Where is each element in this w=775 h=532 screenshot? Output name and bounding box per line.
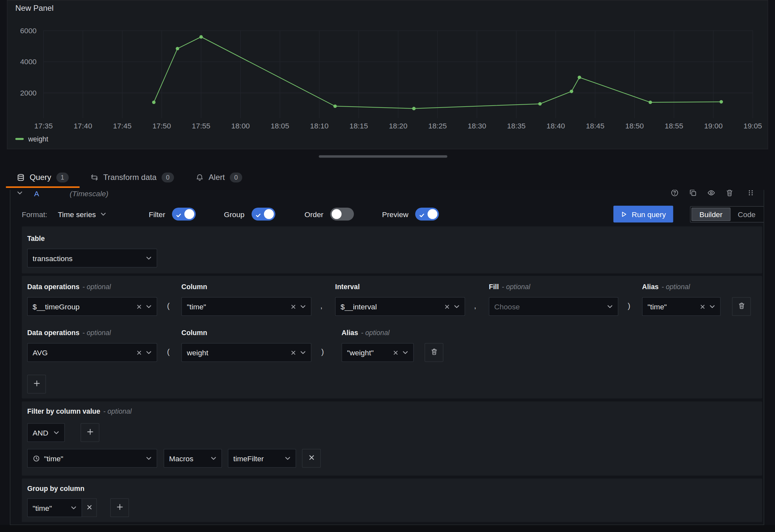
filter-toggle[interactable] [172, 208, 196, 220]
format-label-wrap: Format: [22, 205, 47, 223]
group-toggle[interactable] [251, 208, 275, 220]
interval-select[interactable]: $__interval [335, 297, 465, 316]
x-icon[interactable] [393, 350, 399, 355]
svg-text:18:10: 18:10 [310, 122, 328, 130]
panel-title[interactable]: New Panel [15, 4, 53, 13]
editor-mode-switch: Builder Code [690, 206, 764, 222]
alias-select[interactable]: "time" [642, 297, 721, 316]
toggle-knob [332, 209, 341, 219]
plus-icon [86, 428, 94, 438]
table-select[interactable]: transactions [27, 249, 157, 268]
field-label: Column [181, 283, 207, 291]
remove-query-trash-icon[interactable] [725, 190, 733, 196]
field-label: Data operations- optional [27, 283, 111, 291]
preview-toggle[interactable] [415, 208, 439, 220]
svg-text:18:25: 18:25 [428, 122, 447, 130]
filter-condition-select[interactable]: AND [27, 423, 65, 442]
x-icon[interactable] [136, 304, 142, 309]
chevron-down-icon[interactable] [300, 304, 306, 309]
x-icon[interactable] [444, 304, 450, 309]
filter-section-label: Filter by column value- optional [27, 408, 132, 415]
svg-text:6000: 6000 [20, 26, 37, 35]
field-label: Alias- optional [341, 329, 390, 337]
group-toggle-label[interactable]: Group [224, 210, 244, 218]
comma: , [320, 302, 323, 310]
order-toggle-label[interactable]: Order [304, 210, 323, 218]
x-icon[interactable] [291, 350, 296, 355]
query-options-toolbar: Format: Time series Filter Group [10, 205, 764, 223]
add-select-row-button[interactable] [27, 375, 46, 394]
field-label: Fill- optional [489, 283, 530, 291]
svg-text:17:55: 17:55 [192, 122, 210, 130]
editor-tabbar: Query 1 Transform data 0 Alert 0 [6, 167, 253, 188]
mode-builder[interactable]: Builder [692, 208, 730, 221]
play-icon [621, 211, 627, 217]
order-toggle[interactable] [330, 208, 354, 220]
group-by-section: Group by column "time" [22, 479, 762, 522]
fill-select[interactable]: Choose [489, 297, 618, 316]
chevron-down-icon[interactable] [146, 255, 151, 261]
pane-splitter-handle[interactable] [319, 155, 447, 158]
x-icon[interactable] [700, 304, 706, 309]
query-row-header: A (Timescale) [10, 190, 764, 200]
field-label: Interval [335, 283, 360, 291]
add-group-by-button[interactable] [110, 498, 129, 517]
column-select[interactable]: "time" [181, 297, 311, 316]
table-section: Table transactions [22, 226, 762, 274]
tab-alert[interactable]: Alert 0 [185, 167, 253, 188]
toggle-knob [184, 209, 194, 219]
bell-icon [195, 173, 203, 181]
open-paren: ( [167, 348, 170, 356]
remove-select-row-button[interactable] [425, 343, 444, 362]
collapse-chevron-icon[interactable] [17, 190, 23, 195]
chevron-down-icon[interactable] [607, 304, 613, 309]
chevron-down-icon[interactable] [146, 455, 151, 461]
x-icon[interactable] [136, 350, 142, 355]
svg-text:18:35: 18:35 [507, 122, 526, 130]
hide-query-eye-icon[interactable] [707, 190, 715, 196]
chevron-down-icon[interactable] [71, 505, 77, 510]
table-select-value: transactions [33, 254, 142, 262]
chevron-down-icon[interactable] [285, 455, 291, 461]
chevron-down-icon[interactable] [403, 350, 409, 355]
filter-macro-type-select[interactable]: Macros [164, 449, 222, 468]
tab-query[interactable]: Query 1 [6, 167, 79, 188]
remove-select-row-button[interactable] [732, 297, 751, 316]
chevron-down-icon[interactable] [210, 455, 216, 461]
group-by-column-select[interactable]: "time" [27, 498, 82, 517]
preview-toggle-label[interactable]: Preview [382, 210, 409, 218]
grafana-panel-editor: New Panel 17:3517:4017:4517:5017:5518:00… [0, 0, 775, 532]
filter-column-select[interactable]: "time" [27, 449, 157, 468]
remove-filter-button[interactable] [302, 449, 321, 468]
filter-macro-select[interactable]: timeFilter [228, 449, 296, 468]
close-paren: ) [321, 348, 324, 356]
help-icon[interactable] [671, 190, 679, 196]
tab-transform-label: Transform data [103, 173, 157, 182]
data-operations-select[interactable]: $__timeGroup [27, 297, 157, 316]
duplicate-query-icon[interactable] [689, 190, 697, 196]
x-icon[interactable] [291, 304, 296, 309]
chevron-down-icon[interactable] [709, 304, 715, 309]
mode-code[interactable]: Code [730, 208, 763, 221]
select-value: $__interval [340, 302, 440, 311]
chevron-down-icon[interactable] [454, 304, 460, 309]
data-operations-select[interactable]: AVG [27, 343, 157, 362]
format-picker[interactable]: Time series [58, 205, 106, 223]
column-select[interactable]: weight [181, 343, 311, 362]
add-filter-button[interactable] [80, 423, 99, 442]
chevron-down-icon[interactable] [300, 350, 306, 355]
check-icon [420, 211, 425, 220]
format-value: Time series [58, 210, 96, 218]
run-query-button[interactable]: Run query [613, 206, 673, 223]
remove-group-by-button[interactable] [82, 498, 97, 517]
drag-handle-icon[interactable] [747, 190, 755, 196]
chevron-down-icon[interactable] [146, 350, 151, 355]
chart-legend[interactable]: weight [15, 135, 48, 143]
chevron-down-icon[interactable] [146, 304, 151, 309]
chevron-down-icon[interactable] [53, 430, 59, 436]
tab-transform-data[interactable]: Transform data 0 [79, 167, 185, 188]
alias-select[interactable]: "weight" [341, 343, 414, 362]
filter-toggle-label[interactable]: Filter [149, 210, 165, 218]
select-value: "time" [44, 454, 142, 463]
toggle-knob [428, 209, 438, 219]
